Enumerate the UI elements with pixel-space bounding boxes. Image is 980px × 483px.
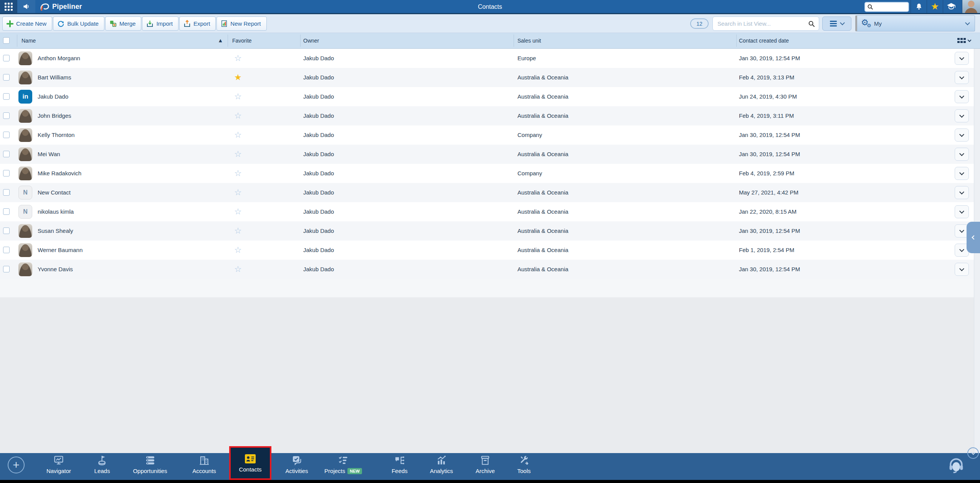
columns-settings-button[interactable]: [957, 37, 971, 45]
favorite-star-icon[interactable]: ☆: [234, 202, 242, 221]
column-header-favorite[interactable]: Favorite: [232, 38, 252, 44]
create-new-button[interactable]: Create New: [2, 16, 52, 31]
favorite-star-icon[interactable]: ☆: [234, 241, 242, 260]
nav-item-leads[interactable]: Leads: [94, 455, 110, 474]
row-actions-button[interactable]: [955, 186, 969, 199]
favorite-star-icon[interactable]: ☆: [234, 260, 242, 279]
table-row[interactable]: Susan Shealy ☆ Jakub Dado Australia & Oc…: [0, 221, 980, 241]
merge-button[interactable]: Merge: [105, 16, 142, 31]
contact-name[interactable]: Bart Williams: [38, 68, 71, 87]
bulk-update-button[interactable]: Bulk Update: [53, 16, 104, 31]
table-row[interactable]: Mike Radakovich ☆ Jakub Dado Company Feb…: [0, 164, 980, 183]
favorite-star-icon[interactable]: ★: [234, 68, 242, 87]
contact-name[interactable]: Werner Baumann: [38, 241, 83, 260]
row-actions-button[interactable]: [955, 71, 969, 84]
column-header-owner[interactable]: Owner: [303, 38, 319, 44]
row-checkbox[interactable]: [3, 93, 10, 100]
nav-item-feeds[interactable]: Feeds: [392, 455, 408, 474]
nav-item-contacts-active[interactable]: Contacts: [229, 446, 271, 480]
favorite-star-icon[interactable]: ☆: [234, 221, 242, 241]
avatar: [18, 71, 32, 84]
contact-name[interactable]: Jakub Dado: [38, 87, 68, 106]
favorite-star-icon[interactable]: ☆: [234, 183, 242, 202]
row-checkbox[interactable]: [3, 112, 10, 119]
row-checkbox[interactable]: [3, 227, 10, 234]
row-checkbox[interactable]: [3, 170, 10, 176]
export-button[interactable]: Export: [179, 16, 216, 31]
row-actions-button[interactable]: [955, 205, 969, 218]
profile-filter-dropdown[interactable]: ⚙ ⚙ My: [855, 15, 975, 31]
favorite-star-icon[interactable]: ☆: [234, 125, 242, 145]
search-icon[interactable]: [808, 20, 815, 27]
favorite-star-icon[interactable]: ☆: [234, 145, 242, 164]
new-report-button[interactable]: New Report: [216, 16, 266, 31]
favorite-star-icon[interactable]: ☆: [234, 49, 242, 68]
table-row[interactable]: Mei Wan ☆ Jakub Dado Australia & Oceania…: [0, 145, 980, 164]
row-actions-button[interactable]: [955, 109, 969, 122]
nav-item-analytics[interactable]: Analytics: [430, 455, 453, 474]
nav-item-archive[interactable]: Archive: [476, 455, 495, 474]
contact-name[interactable]: Mike Radakovich: [38, 164, 81, 183]
row-actions-button[interactable]: [955, 52, 969, 65]
nav-item-opportunities[interactable]: Opportunities: [133, 455, 167, 474]
table-row[interactable]: N nikolaus kimla ☆ Jakub Dado Australia …: [0, 202, 980, 221]
nav-item-tools[interactable]: Tools: [517, 455, 530, 474]
sort-asc-icon[interactable]: ▲: [219, 38, 222, 43]
favorite-star-icon[interactable]: ☆: [234, 164, 242, 183]
nav-item-projects[interactable]: Projects NEW: [324, 455, 362, 474]
table-row[interactable]: John Bridges ☆ Jakub Dado Australia & Oc…: [0, 106, 980, 125]
row-actions-button[interactable]: [955, 263, 969, 276]
contact-name[interactable]: New Contact: [38, 183, 71, 202]
user-avatar[interactable]: [962, 0, 980, 13]
nav-item-accounts[interactable]: Accounts: [192, 455, 216, 474]
contact-name[interactable]: Kelly Thornton: [38, 125, 74, 145]
contact-name[interactable]: John Bridges: [38, 106, 71, 125]
notifications-button[interactable]: [911, 0, 927, 13]
select-all-checkbox[interactable]: [3, 37, 10, 44]
table-row[interactable]: Kelly Thornton ☆ Jakub Dado Company Jan …: [0, 125, 980, 145]
row-actions-button[interactable]: [955, 148, 969, 161]
column-header-created-date[interactable]: Contact created date: [739, 38, 789, 44]
table-row[interactable]: Bart Williams ★ Jakub Dado Australia & O…: [0, 68, 980, 87]
row-checkbox[interactable]: [3, 247, 10, 253]
contact-name[interactable]: Susan Shealy: [38, 221, 73, 241]
row-actions-button[interactable]: [955, 90, 969, 103]
row-checkbox[interactable]: [3, 132, 10, 138]
owner-cell: Jakub Dado: [303, 68, 334, 87]
support-headset-icon[interactable]: [947, 457, 965, 474]
refresh-icon: [57, 20, 64, 27]
nav-item-activities[interactable]: Activities: [285, 455, 308, 474]
column-header-sales-unit[interactable]: Sales unit: [517, 38, 541, 44]
row-checkbox[interactable]: [3, 151, 10, 157]
nav-collapse-button[interactable]: [967, 447, 979, 459]
list-search-input[interactable]: [713, 20, 808, 27]
side-panel-toggle[interactable]: [967, 222, 980, 253]
favorite-star-icon[interactable]: ☆: [234, 106, 242, 125]
table-row[interactable]: in Jakub Dado ☆ Jakub Dado Australia & O…: [0, 87, 980, 106]
global-search-input[interactable]: [864, 2, 909, 12]
contact-name[interactable]: Mei Wan: [38, 145, 60, 164]
nav-item-navigator[interactable]: Navigator: [46, 455, 71, 474]
column-header-name[interactable]: Name: [21, 38, 36, 44]
contact-name[interactable]: nikolaus kimla: [38, 202, 74, 221]
table-row[interactable]: Anthon Morgann ☆ Jakub Dado Europe Jan 3…: [0, 49, 980, 68]
table-row[interactable]: N New Contact ☆ Jakub Dado Australia & O…: [0, 183, 980, 202]
contact-name[interactable]: Yvonne Davis: [38, 260, 73, 279]
favorites-button[interactable]: ★: [927, 0, 943, 13]
row-actions-button[interactable]: [955, 167, 969, 180]
table-row[interactable]: Yvonne Davis ☆ Jakub Dado Australia & Oc…: [0, 260, 980, 279]
import-button[interactable]: Import: [142, 16, 178, 31]
row-checkbox[interactable]: [3, 189, 10, 196]
row-checkbox[interactable]: [3, 208, 10, 215]
row-actions-button[interactable]: [955, 129, 969, 142]
table-row[interactable]: Werner Baumann ☆ Jakub Dado Australia & …: [0, 241, 980, 260]
contact-name[interactable]: Anthon Morgann: [38, 49, 80, 68]
row-checkbox[interactable]: [3, 55, 10, 61]
chevron-down-icon: [959, 113, 964, 118]
learning-button[interactable]: [943, 0, 959, 13]
quick-add-button[interactable]: +: [8, 457, 25, 473]
favorite-star-icon[interactable]: ☆: [234, 87, 242, 106]
row-checkbox[interactable]: [3, 266, 10, 272]
view-options-button[interactable]: [822, 16, 851, 31]
row-checkbox[interactable]: [3, 74, 10, 81]
